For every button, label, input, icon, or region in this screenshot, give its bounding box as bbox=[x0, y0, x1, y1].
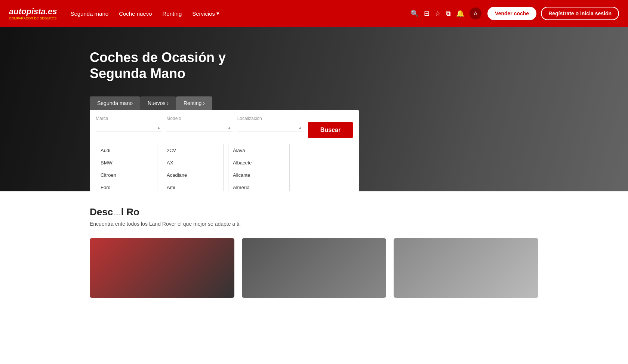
localizacion-wrapper: ▲ bbox=[237, 123, 304, 132]
search-box: Marca ▲ Modelo ▲ Localización bbox=[90, 110, 359, 191]
marca-option-citroen[interactable]: Citroen bbox=[96, 169, 157, 181]
sell-car-button[interactable]: Vender coche bbox=[487, 7, 536, 20]
car-card-2-image bbox=[242, 238, 387, 298]
tab-segunda-mano[interactable]: Segunda mano bbox=[90, 96, 140, 110]
marca-option-ford[interactable]: Ford bbox=[96, 181, 157, 191]
bookmark-icon[interactable]: ⊟ bbox=[424, 9, 430, 18]
marca-input[interactable] bbox=[96, 123, 162, 132]
buscar-button[interactable]: Buscar bbox=[308, 122, 353, 138]
car-card-2[interactable] bbox=[242, 238, 387, 298]
modelo-wrapper: ▲ bbox=[166, 123, 233, 132]
loc-option-alava[interactable]: Álava bbox=[228, 144, 289, 157]
localizacion-arrow-icon: ▲ bbox=[298, 125, 302, 129]
cards-row bbox=[0, 238, 628, 313]
nav-renting[interactable]: Renting bbox=[163, 10, 182, 17]
loc-option-almeria[interactable]: Almería bbox=[228, 181, 289, 191]
loc-option-albacete[interactable]: Albacete bbox=[228, 157, 289, 169]
search-icon[interactable]: 🔍 bbox=[410, 9, 419, 18]
localizacion-label: Localización bbox=[237, 116, 304, 121]
section-description: Desc...l Ro Encuentra ente todos los Lan… bbox=[0, 191, 628, 238]
car-card-3-image bbox=[394, 238, 538, 298]
main-nav: Segunda mano Coche nuevo Renting Servici… bbox=[70, 10, 406, 17]
nav-segunda-mano[interactable]: Segunda mano bbox=[70, 10, 108, 17]
notifications-icon[interactable]: 🔔 bbox=[456, 9, 464, 18]
nav-coche-nuevo[interactable]: Coche nuevo bbox=[119, 10, 152, 17]
extension-icon[interactable]: ⧉ bbox=[446, 10, 451, 18]
modelo-label: Modelo bbox=[166, 116, 233, 121]
marca-label: Marca bbox=[96, 116, 162, 121]
section-paragraph: Encuentra ente todos los Land Rover el q… bbox=[90, 221, 538, 227]
tab-nuevos[interactable]: Nuevos › bbox=[140, 96, 176, 110]
marca-dropdown[interactable]: Audi BMW Citroen Ford Honda Mercedes-Ben… bbox=[96, 144, 157, 191]
localizacion-dropdown[interactable]: Álava Albacete Alicante Almería Ávila Ba… bbox=[228, 144, 290, 191]
login-button[interactable]: Regístrate o inicia sesión bbox=[541, 7, 619, 20]
avatar[interactable]: A bbox=[470, 7, 481, 19]
star-icon[interactable]: ☆ bbox=[435, 9, 441, 18]
header-actions: Vender coche Regístrate o inicia sesión bbox=[487, 7, 619, 20]
car-card-1[interactable] bbox=[90, 238, 234, 298]
tab-renting[interactable]: Renting › bbox=[176, 96, 212, 110]
modelo-dropdown[interactable]: 2CV AX Acadiane Ami Axel BX Berlingo C-C… bbox=[162, 144, 224, 191]
dropdowns-container: Audi BMW Citroen Ford Honda Mercedes-Ben… bbox=[90, 144, 359, 191]
localizacion-input[interactable] bbox=[237, 123, 304, 132]
logo[interactable]: autopista.es COMPARADOR DE SEGUROS bbox=[9, 7, 57, 20]
modelo-option-ax[interactable]: AX bbox=[162, 157, 223, 169]
hero-section: Coches de Ocasión y Segunda Mano Segunda… bbox=[0, 27, 628, 191]
modelo-input[interactable] bbox=[166, 123, 233, 132]
car-card-3[interactable] bbox=[394, 238, 538, 298]
logo-tagline: COMPARADOR DE SEGUROS bbox=[9, 16, 57, 20]
nav-servicios[interactable]: Servicios ▾ bbox=[192, 10, 219, 17]
loc-option-alicante[interactable]: Alicante bbox=[228, 169, 289, 181]
modelo-arrow-icon: ▲ bbox=[228, 125, 231, 129]
modelo-field-group: Modelo ▲ bbox=[166, 116, 233, 144]
marca-option-bmw[interactable]: BMW bbox=[96, 157, 157, 169]
marca-arrow-icon: ▲ bbox=[157, 125, 160, 129]
marca-field-group: Marca ▲ bbox=[96, 116, 162, 144]
modelo-option-acadiane[interactable]: Acadiane bbox=[162, 169, 223, 181]
section-heading: Desc...l Ro bbox=[90, 206, 538, 218]
logo-text: autopista.es bbox=[9, 7, 57, 16]
chevron-down-icon: ▾ bbox=[216, 10, 219, 17]
marca-option-audi[interactable]: Audi bbox=[96, 144, 157, 157]
header: autopista.es COMPARADOR DE SEGUROS Segun… bbox=[0, 0, 628, 27]
hero-title: Coches de Ocasión y Segunda Mano bbox=[90, 49, 628, 81]
search-tabs: Segunda mano Nuevos › Renting › bbox=[90, 96, 628, 110]
car-card-1-image bbox=[90, 238, 234, 298]
header-icons: 🔍 ⊟ ☆ ⧉ 🔔 A bbox=[410, 7, 481, 19]
modelo-option-2cv[interactable]: 2CV bbox=[162, 144, 223, 157]
marca-wrapper: ▲ bbox=[96, 123, 162, 132]
localizacion-field-group: Localización ▲ bbox=[237, 116, 304, 144]
modelo-option-ami[interactable]: Ami bbox=[162, 181, 223, 191]
hero-content: Coches de Ocasión y Segunda Mano Segunda… bbox=[0, 27, 628, 191]
